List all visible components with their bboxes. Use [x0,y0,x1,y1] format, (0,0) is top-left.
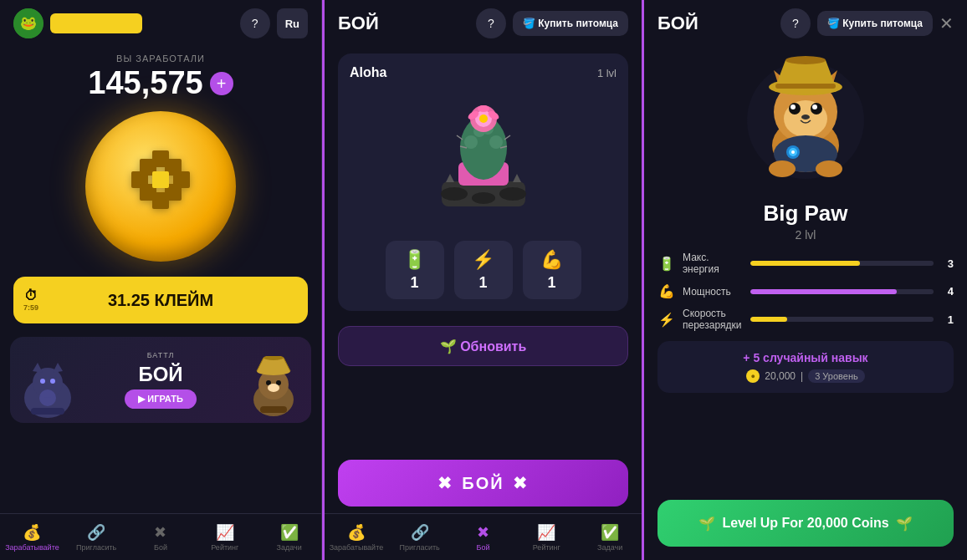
buy-pet-button[interactable]: 🪣 Купить питомца [513,11,628,36]
nav-item-earn[interactable]: 💰 Зарабатывайте [0,514,64,560]
battle-banner[interactable]: БАТТЛ БОЙ ▶ ИГРАТЬ [10,337,311,423]
svg-point-65 [812,104,817,109]
energy-bar-icon: 🔋 [657,256,676,272]
pet-card: Aloha 1 lvl [338,53,628,311]
coin-symbol [123,142,198,231]
header-right: ? Ru [240,8,308,38]
nav-item-rating[interactable]: 📈 Рейтинг [192,514,257,560]
skill-cost-value: 20,000 [765,370,796,382]
levelup-button[interactable]: 🌱 Level Up For 20,000 Coins 🌱 [657,500,954,547]
claim-text: 31.25 КЛЕЙМ [108,291,213,310]
panel3-title: БОЙ [657,13,698,34]
battle-panel-title: БОЙ [338,13,379,34]
svg-marker-33 [446,174,454,182]
claim-timer: ⏱ 7:59 [23,288,38,312]
svg-point-68 [785,56,826,64]
svg-point-50 [479,115,488,123]
earnings-value: 145,575 + [88,65,233,101]
invite-label: Пригласить [76,543,116,552]
speed-icon: ⚡ [472,249,494,271]
stat-power: 💪 1 [523,241,581,299]
levelup-icon-right: 🌱 [896,516,913,532]
bottom-nav-1: 💰 Зарабатывайте 🔗 Пригласить ✖ Бой 📈 Рей… [0,513,321,560]
power-bar-bg [750,289,934,294]
nav2-item-battle[interactable]: ✖ Бой [452,514,515,560]
nav2-tasks-icon: ✅ [601,523,619,542]
battle-help-btn[interactable]: ? [476,8,506,38]
play-button[interactable]: ▶ ИГРАТЬ [125,389,197,409]
help-button[interactable]: ? [240,8,270,38]
plus-button[interactable]: + [210,72,233,95]
svg-point-41 [489,135,503,149]
nav2-battle-icon: ✖ [477,523,489,542]
main-coin[interactable] [85,111,236,262]
svg-point-73 [791,150,795,154]
svg-point-66 [801,115,810,120]
nav-item-tasks[interactable]: ✅ Задачи [257,514,321,560]
update-button[interactable]: 🌱 Обновить [338,326,628,366]
skill-title: + 5 случайный навык [668,351,944,364]
timer-icon: ⏱ [24,288,38,303]
earn-icon: 💰 [23,523,41,542]
panel3-help-btn[interactable]: ? [780,8,811,38]
invite-icon: 🔗 [87,523,105,542]
cat-pet-left [10,348,85,423]
svg-point-64 [790,104,796,109]
earnings-section: ВЫ ЗАРАБОТАЛИ 145,575 + [0,47,321,104]
panel-pet-detail: БОЙ ? 🪣 Купить питомца ✕ [644,0,967,560]
battle-nav-icon: ✖ [154,523,166,542]
username-blur [50,13,142,33]
battle-label-small: БАТТЛ [147,351,175,359]
nav2-item-earn[interactable]: 💰 Зарабатывайте [325,514,388,560]
skill-separator: | [801,370,803,382]
nav2-item-invite[interactable]: 🔗 Пригласить [388,514,452,560]
nav-item-invite[interactable]: 🔗 Пригласить [64,514,129,560]
stat-bar-energy: 🔋 Макс. энергия 3 [657,252,954,275]
battle-action-button[interactable]: ✖ БОЙ ✖ [338,460,628,507]
svg-marker-14 [53,363,63,373]
stat-bar-recharge: ⚡ Скорость перезарядки 1 [657,308,954,331]
speed-value: 1 [478,274,487,292]
fox-pet-right [236,348,311,423]
power-bar-label: Мощность [683,286,744,298]
panel3-buy-pet-btn[interactable]: 🪣 Купить питомца [817,11,933,36]
nav2-tasks-label: Задачи [597,543,622,552]
svg-text:🐸: 🐸 [20,15,37,31]
earnings-number: 145,575 [88,65,202,101]
power-bar-icon: 💪 [657,283,676,299]
rating-icon: 📈 [216,523,234,542]
battle-header: БОЙ ? 🪣 Купить питомца [325,0,642,47]
battle-nav-label: Бой [154,543,167,552]
skill-cost: ● 20,000 | 3 Уровень [668,369,944,383]
nav2-earn-label: Зарабатывайте [330,543,384,552]
lang-button[interactable]: Ru [277,8,308,38]
stat-energy: 🔋 1 [386,241,444,299]
nav2-item-tasks[interactable]: ✅ Задачи [578,514,642,560]
nav2-invite-icon: 🔗 [411,523,429,542]
svg-point-75 [816,160,842,177]
close-button[interactable]: ✕ [939,13,954,33]
svg-marker-13 [33,363,43,373]
stat-speed: ⚡ 1 [454,241,513,299]
avatar: 🐸 [13,8,43,38]
svg-rect-18 [31,408,64,415]
panel-main: 🐸 ? Ru ВЫ ЗАРАБОТАЛИ 145,575 + [0,0,322,560]
panel-battle: БОЙ ? 🪣 Купить питомца Aloha 1 lvl [322,0,644,560]
pet-info-center: Big Paw 2 lvl [644,194,967,252]
svg-rect-26 [260,406,287,413]
panel3-header: БОЙ ? 🪣 Купить питомца ✕ [644,0,967,47]
skill-section: + 5 случайный навык ● 20,000 | 3 Уровень [657,341,954,393]
svg-marker-37 [513,174,521,182]
nav2-item-rating[interactable]: 📈 Рейтинг [514,514,578,560]
claim-button[interactable]: ⏱ 7:59 31.25 КЛЕЙМ [13,277,308,323]
nav-item-battle[interactable]: ✖ Бой [129,514,193,560]
svg-rect-10 [152,171,169,188]
earnings-label: ВЫ ЗАРАБОТАЛИ [116,53,205,64]
levelup-icon-left: 🌱 [698,516,715,532]
stat-bar-power: 💪 Мощность 4 [657,283,954,299]
pet-name: Aloha [350,65,386,80]
svg-point-17 [39,389,56,406]
energy-bar-value: 3 [940,257,954,270]
recharge-bar-label: Скорость перезарядки [683,308,744,331]
levelup-text: Level Up For 20,000 Coins [722,516,888,531]
